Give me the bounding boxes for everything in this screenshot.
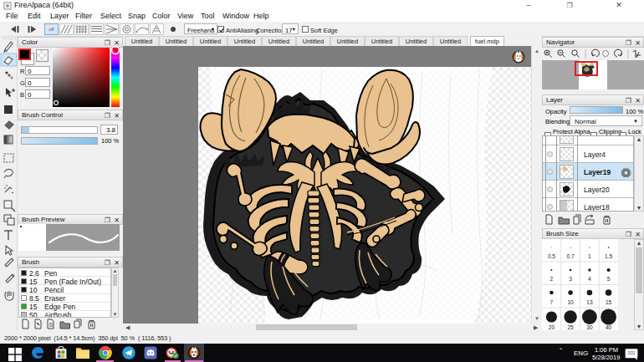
svg-text:0.5: 0.5 <box>548 253 555 259</box>
svg-text:1: 1 <box>588 253 591 259</box>
svg-text:1.5: 1.5 <box>605 253 612 259</box>
svg-text:10: 10 <box>567 299 574 305</box>
svg-text:13: 13 <box>586 299 593 305</box>
svg-text:15: 15 <box>606 299 612 305</box>
svg-text:4: 4 <box>588 276 591 282</box>
svg-text:25: 25 <box>567 324 574 330</box>
svg-text:7: 7 <box>550 299 554 305</box>
svg-text:S: S <box>49 322 54 328</box>
svg-text:2: 2 <box>550 276 554 282</box>
svg-text:3: 3 <box>569 276 572 282</box>
svg-text:0.7: 0.7 <box>567 253 575 259</box>
svg-text:30: 30 <box>586 324 593 330</box>
svg-text:20: 20 <box>549 324 555 330</box>
svg-text:40: 40 <box>606 324 612 330</box>
svg-text:5: 5 <box>607 276 611 282</box>
